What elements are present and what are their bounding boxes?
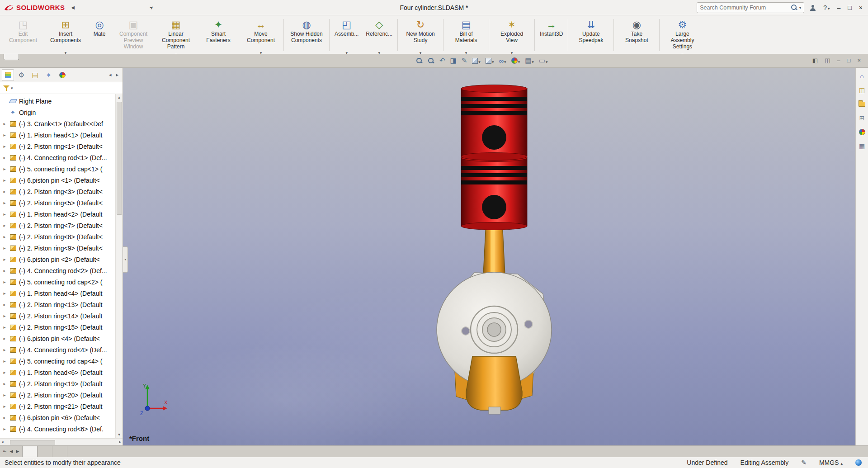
show-hidden-components-button[interactable]: ◍ Show Hidden Components	[285, 17, 328, 53]
edit-appearance-button[interactable]	[510, 56, 521, 66]
tabs-scroll-prev-button[interactable]: ◀	[10, 449, 13, 454]
dropdown-chevron-icon[interactable]	[492, 57, 494, 65]
mate-button[interactable]: ◎ Mate	[87, 17, 112, 53]
configurationmanager-tab[interactable]: ▤	[29, 69, 41, 81]
dropdown-chevron-icon[interactable]	[378, 48, 380, 53]
section-view-button[interactable]: ◨	[449, 56, 458, 66]
edit-menu[interactable]	[87, 5, 97, 10]
featuremanager-tree-tab[interactable]	[2, 69, 14, 81]
solidworks-add-ins-tab[interactable]	[77, 54, 91, 60]
help-button[interactable]: ?	[823, 4, 830, 11]
search-input[interactable]	[700, 5, 788, 11]
tree-item[interactable]: (-) 4. Connecting rod<1> (Def...	[0, 152, 115, 163]
tree-item[interactable]: Right Plane	[0, 95, 115, 107]
expand-icon[interactable]	[2, 132, 7, 137]
assembly-tab[interactable]	[4, 54, 19, 60]
view-orientation-button[interactable]	[471, 56, 481, 66]
custom-properties-tab[interactable]: ▦	[857, 142, 867, 151]
view-menu[interactable]	[97, 5, 107, 10]
expand-icon[interactable]	[2, 347, 7, 352]
tree-item[interactable]: (-) 2. Piston ring<1> (Default<	[0, 141, 115, 152]
tree-item[interactable]: (-) 5. connecting rod cap<4> (	[0, 355, 115, 367]
expand-icon[interactable]	[2, 257, 7, 262]
expand-icon[interactable]	[2, 178, 7, 183]
file-menu[interactable]	[77, 5, 87, 10]
exploded-view-button[interactable]: ✶ Exploded View	[491, 17, 533, 53]
instant3d-button[interactable]: → Instant3D	[536, 17, 566, 53]
update-speedpak-button[interactable]: ⇊ Update Speedpak	[570, 17, 612, 53]
pane-split-button[interactable]: ◫	[825, 57, 830, 64]
tree-scrollbar[interactable]: ▴ ▾	[115, 94, 123, 438]
dropdown-chevron-icon[interactable]	[532, 57, 534, 65]
tree-item[interactable]: (-) 2. Piston ring<21> (Default	[0, 401, 115, 412]
take-snapshot-button[interactable]: ◉ Take Snapshot	[615, 17, 658, 53]
expand-icon[interactable]	[2, 223, 7, 228]
expand-icon[interactable]	[2, 302, 7, 307]
design-library-tab[interactable]: ◫	[857, 85, 867, 95]
search-box[interactable]	[697, 2, 804, 13]
expand-icon[interactable]	[2, 212, 7, 217]
panel-tabs-left-icon[interactable]: ◂	[107, 72, 114, 78]
expand-icon[interactable]	[2, 155, 7, 160]
expand-icon[interactable]	[2, 392, 7, 397]
scroll-left-icon[interactable]: ◂	[1, 439, 4, 445]
tree-item[interactable]: (-) 2. Piston ring<3> (Default<	[0, 186, 115, 197]
scroll-down-icon[interactable]: ▾	[118, 431, 120, 438]
large-assembly-settings-button[interactable]: ⚙ Large Assembly Settings	[661, 17, 703, 53]
expand-icon[interactable]	[2, 144, 7, 149]
user-button[interactable]	[810, 5, 816, 11]
expand-icon[interactable]	[2, 189, 7, 194]
linear-component-pattern-button[interactable]: ▦ Linear Component Pattern	[155, 17, 197, 53]
move-component-button[interactable]: ↔ Move Component	[240, 17, 282, 53]
help-menu[interactable]	[137, 5, 147, 10]
scroll-up-icon[interactable]: ▴	[118, 94, 120, 101]
tree-item[interactable]: (-) 2. Piston ring<13> (Default	[0, 299, 115, 310]
expand-icon[interactable]	[2, 234, 7, 239]
dropdown-chevron-icon[interactable]	[260, 48, 262, 53]
expand-icon[interactable]	[2, 313, 7, 318]
model-tab[interactable]	[22, 446, 38, 457]
view-settings-button[interactable]: ▭	[538, 56, 549, 66]
web-help-icon[interactable]	[855, 459, 862, 466]
expand-icon[interactable]	[2, 121, 7, 126]
tree-item[interactable]: (-) 2. Piston ring<5> (Default<	[0, 197, 115, 208]
expand-icon[interactable]	[2, 415, 7, 420]
panel-collapse-handle[interactable]: ◂	[123, 246, 128, 273]
zoom-to-fit-button[interactable]	[415, 57, 424, 65]
evaluate-tab[interactable]	[62, 54, 77, 60]
appearances-scenes-tab[interactable]	[857, 128, 867, 137]
search-icon[interactable]	[791, 4, 797, 11]
displaymanager-tab[interactable]	[56, 69, 68, 81]
expand-icon[interactable]	[2, 426, 7, 431]
tree-item[interactable]: (-) 2. Piston ring<7> (Default<	[0, 220, 115, 231]
graphics-viewport[interactable]: ◂	[123, 68, 855, 445]
window-menu[interactable]	[127, 5, 137, 10]
units-selector[interactable]: MMGS	[819, 459, 843, 466]
tree-item[interactable]: (-) 2. Piston ring<19> (Default	[0, 378, 115, 389]
tree-item[interactable]: (-) 5. connecting rod cap<2> (	[0, 276, 115, 288]
scroll-right-icon[interactable]: ▸	[119, 439, 121, 445]
expand-icon[interactable]	[2, 246, 7, 251]
scrollbar-thumb[interactable]	[117, 102, 122, 215]
dimxpertmanager-tab[interactable]: ⌖	[42, 69, 55, 81]
tree-item[interactable]: (-) 4. Connecting rod<2> (Def...	[0, 265, 115, 276]
assembly-features-button[interactable]: ◰ Assemb...	[331, 17, 362, 53]
view-palette-tab[interactable]: ⊞	[857, 113, 867, 123]
tabs-scroll-start-button[interactable]: ⇤	[3, 449, 7, 454]
bill-of-materials-button[interactable]: ▤ Bill of Materials	[445, 17, 487, 53]
tree-item[interactable]: (-) 2. Piston ring<14> (Default	[0, 310, 115, 321]
solidworks-resources-tab[interactable]: ⌂	[857, 71, 867, 80]
tree-item[interactable]: (-) 1. Piston head<4> (Default	[0, 288, 115, 299]
window-close-button[interactable]: ×	[859, 4, 863, 11]
search-dropdown-icon[interactable]	[799, 5, 802, 10]
sketch-tab[interactable]	[33, 54, 48, 60]
mbd-tab[interactable]	[91, 54, 106, 60]
connecting-rod-cap[interactable]	[466, 356, 522, 414]
panel-tabs-right-icon[interactable]: ▸	[113, 72, 121, 78]
menu-pin-icon[interactable]: ➤	[146, 3, 157, 13]
tree-item[interactable]: (-) 1. Piston head<2> (Default	[0, 208, 115, 220]
expand-icon[interactable]	[2, 200, 7, 205]
expand-icon[interactable]	[2, 268, 7, 273]
previous-view-button[interactable]: ↶	[439, 56, 446, 66]
expand-icon[interactable]	[2, 291, 7, 296]
